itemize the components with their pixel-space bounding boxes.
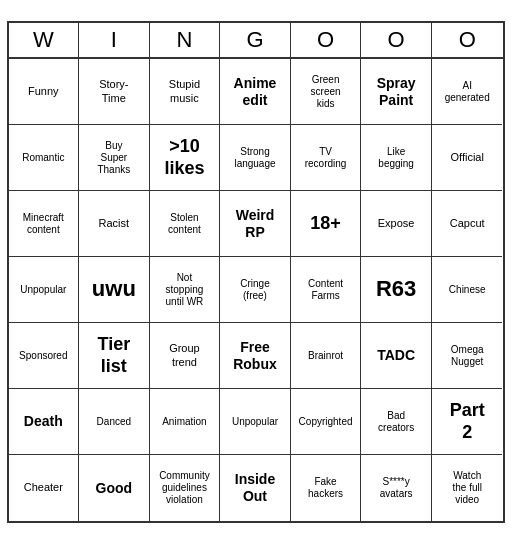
bingo-cell: S****yavatars xyxy=(361,455,432,521)
bingo-cell: Likebegging xyxy=(361,125,432,191)
bingo-cell: Unpopular xyxy=(220,389,291,455)
bingo-cell: Racist xyxy=(79,191,150,257)
bingo-cell: Official xyxy=(432,125,503,191)
bingo-cell: FreeRobux xyxy=(220,323,291,389)
bingo-cell: Animation xyxy=(150,389,221,455)
bingo-cell: Grouptrend xyxy=(150,323,221,389)
bingo-cell: Watchthe fullvideo xyxy=(432,455,503,521)
header-W-0: W xyxy=(9,23,80,57)
bingo-cell: Cheater xyxy=(9,455,80,521)
bingo-cell: Story-Time xyxy=(79,59,150,125)
bingo-cell: Brainrot xyxy=(291,323,362,389)
bingo-cell: Stupidmusic xyxy=(150,59,221,125)
header-row: WINGOOO xyxy=(9,23,503,59)
bingo-cell: Notstoppinguntil WR xyxy=(150,257,221,323)
bingo-cell: Copyrighted xyxy=(291,389,362,455)
bingo-cell: TVrecording xyxy=(291,125,362,191)
bingo-cell: Greenscreenkids xyxy=(291,59,362,125)
bingo-cell: >10likes xyxy=(150,125,221,191)
bingo-cell: Badcreators xyxy=(361,389,432,455)
bingo-cell: SprayPaint xyxy=(361,59,432,125)
bingo-cell: WeirdRP xyxy=(220,191,291,257)
bingo-cell: Sponsored xyxy=(9,323,80,389)
bingo-cell: R63 xyxy=(361,257,432,323)
bingo-cell: InsideOut xyxy=(220,455,291,521)
bingo-grid: FunnyStory-TimeStupidmusicAnimeeditGreen… xyxy=(9,59,503,521)
header-O-5: O xyxy=(361,23,432,57)
bingo-cell: Expose xyxy=(361,191,432,257)
bingo-cell: Funny xyxy=(9,59,80,125)
bingo-cell: Communityguidelinesviolation xyxy=(150,455,221,521)
header-I-1: I xyxy=(79,23,150,57)
header-O-4: O xyxy=(291,23,362,57)
bingo-cell: Chinese xyxy=(432,257,503,323)
bingo-cell: uwu xyxy=(79,257,150,323)
bingo-cell: Part2 xyxy=(432,389,503,455)
bingo-cell: Danced xyxy=(79,389,150,455)
bingo-cell: Fakehackers xyxy=(291,455,362,521)
bingo-cell: Death xyxy=(9,389,80,455)
bingo-board: WINGOOO FunnyStory-TimeStupidmusicAnimee… xyxy=(7,21,505,523)
bingo-cell: Good xyxy=(79,455,150,521)
bingo-cell: 18+ xyxy=(291,191,362,257)
bingo-cell: Tierlist xyxy=(79,323,150,389)
bingo-cell: OmegaNugget xyxy=(432,323,503,389)
bingo-cell: Animeedit xyxy=(220,59,291,125)
bingo-cell: Cringe(free) xyxy=(220,257,291,323)
bingo-cell: ContentFarms xyxy=(291,257,362,323)
bingo-cell: Capcut xyxy=(432,191,503,257)
bingo-cell: Stronglanguage xyxy=(220,125,291,191)
bingo-cell: Stolencontent xyxy=(150,191,221,257)
bingo-cell: AIgenerated xyxy=(432,59,503,125)
header-N-2: N xyxy=(150,23,221,57)
header-G-3: G xyxy=(220,23,291,57)
header-O-6: O xyxy=(432,23,503,57)
bingo-cell: Minecraftcontent xyxy=(9,191,80,257)
bingo-cell: BuySuperThanks xyxy=(79,125,150,191)
bingo-cell: Romantic xyxy=(9,125,80,191)
bingo-cell: TADC xyxy=(361,323,432,389)
bingo-cell: Unpopular xyxy=(9,257,80,323)
